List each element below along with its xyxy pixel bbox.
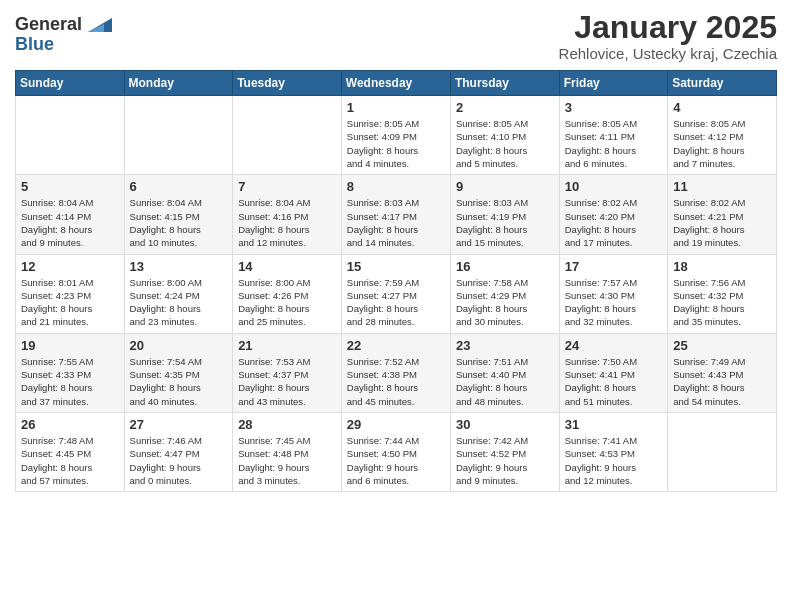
day-number: 8 bbox=[347, 179, 445, 194]
day-info: Sunrise: 8:04 AMSunset: 4:14 PMDaylight:… bbox=[21, 196, 119, 249]
day-number: 27 bbox=[130, 417, 228, 432]
calendar-cell-4-4: 30Sunrise: 7:42 AMSunset: 4:52 PMDayligh… bbox=[450, 412, 559, 491]
calendar-cell-1-4: 9Sunrise: 8:03 AMSunset: 4:19 PMDaylight… bbox=[450, 175, 559, 254]
day-number: 29 bbox=[347, 417, 445, 432]
day-info: Sunrise: 7:41 AMSunset: 4:53 PMDaylight:… bbox=[565, 434, 662, 487]
calendar-cell-1-0: 5Sunrise: 8:04 AMSunset: 4:14 PMDaylight… bbox=[16, 175, 125, 254]
calendar-cell-2-2: 14Sunrise: 8:00 AMSunset: 4:26 PMDayligh… bbox=[233, 254, 342, 333]
calendar-cell-4-1: 27Sunrise: 7:46 AMSunset: 4:47 PMDayligh… bbox=[124, 412, 233, 491]
calendar-cell-0-5: 3Sunrise: 8:05 AMSunset: 4:11 PMDaylight… bbox=[559, 96, 667, 175]
calendar-row-3: 19Sunrise: 7:55 AMSunset: 4:33 PMDayligh… bbox=[16, 333, 777, 412]
calendar-cell-1-1: 6Sunrise: 8:04 AMSunset: 4:15 PMDaylight… bbox=[124, 175, 233, 254]
calendar-cell-0-6: 4Sunrise: 8:05 AMSunset: 4:12 PMDaylight… bbox=[668, 96, 777, 175]
day-number: 17 bbox=[565, 259, 662, 274]
weekday-header-tuesday: Tuesday bbox=[233, 71, 342, 96]
day-info: Sunrise: 7:45 AMSunset: 4:48 PMDaylight:… bbox=[238, 434, 336, 487]
day-number: 14 bbox=[238, 259, 336, 274]
day-info: Sunrise: 8:04 AMSunset: 4:16 PMDaylight:… bbox=[238, 196, 336, 249]
calendar-row-1: 5Sunrise: 8:04 AMSunset: 4:14 PMDaylight… bbox=[16, 175, 777, 254]
calendar-cell-4-6 bbox=[668, 412, 777, 491]
calendar-cell-1-3: 8Sunrise: 8:03 AMSunset: 4:17 PMDaylight… bbox=[341, 175, 450, 254]
subtitle: Rehlovice, Ustecky kraj, Czechia bbox=[559, 45, 777, 62]
day-info: Sunrise: 7:59 AMSunset: 4:27 PMDaylight:… bbox=[347, 276, 445, 329]
day-info: Sunrise: 8:05 AMSunset: 4:12 PMDaylight:… bbox=[673, 117, 771, 170]
calendar-cell-0-0 bbox=[16, 96, 125, 175]
day-number: 15 bbox=[347, 259, 445, 274]
day-number: 13 bbox=[130, 259, 228, 274]
calendar-cell-2-0: 12Sunrise: 8:01 AMSunset: 4:23 PMDayligh… bbox=[16, 254, 125, 333]
day-number: 9 bbox=[456, 179, 554, 194]
page: General Blue January 2025 Rehlovice, Ust… bbox=[0, 0, 792, 612]
calendar-cell-3-0: 19Sunrise: 7:55 AMSunset: 4:33 PMDayligh… bbox=[16, 333, 125, 412]
day-number: 16 bbox=[456, 259, 554, 274]
day-info: Sunrise: 7:44 AMSunset: 4:50 PMDaylight:… bbox=[347, 434, 445, 487]
calendar-cell-3-2: 21Sunrise: 7:53 AMSunset: 4:37 PMDayligh… bbox=[233, 333, 342, 412]
day-number: 20 bbox=[130, 338, 228, 353]
weekday-header-row: SundayMondayTuesdayWednesdayThursdayFrid… bbox=[16, 71, 777, 96]
calendar-row-0: 1Sunrise: 8:05 AMSunset: 4:09 PMDaylight… bbox=[16, 96, 777, 175]
day-info: Sunrise: 8:02 AMSunset: 4:20 PMDaylight:… bbox=[565, 196, 662, 249]
calendar-cell-2-4: 16Sunrise: 7:58 AMSunset: 4:29 PMDayligh… bbox=[450, 254, 559, 333]
day-info: Sunrise: 7:49 AMSunset: 4:43 PMDaylight:… bbox=[673, 355, 771, 408]
header: General Blue January 2025 Rehlovice, Ust… bbox=[15, 10, 777, 62]
calendar-cell-4-5: 31Sunrise: 7:41 AMSunset: 4:53 PMDayligh… bbox=[559, 412, 667, 491]
day-number: 3 bbox=[565, 100, 662, 115]
day-number: 18 bbox=[673, 259, 771, 274]
calendar-cell-3-1: 20Sunrise: 7:54 AMSunset: 4:35 PMDayligh… bbox=[124, 333, 233, 412]
day-number: 25 bbox=[673, 338, 771, 353]
day-number: 1 bbox=[347, 100, 445, 115]
day-number: 7 bbox=[238, 179, 336, 194]
calendar-cell-0-3: 1Sunrise: 8:05 AMSunset: 4:09 PMDaylight… bbox=[341, 96, 450, 175]
logo-blue-text: Blue bbox=[15, 34, 54, 55]
day-info: Sunrise: 7:51 AMSunset: 4:40 PMDaylight:… bbox=[456, 355, 554, 408]
logo-general-text: General bbox=[15, 14, 82, 35]
day-number: 10 bbox=[565, 179, 662, 194]
day-number: 31 bbox=[565, 417, 662, 432]
calendar-cell-4-2: 28Sunrise: 7:45 AMSunset: 4:48 PMDayligh… bbox=[233, 412, 342, 491]
weekday-header-friday: Friday bbox=[559, 71, 667, 96]
day-number: 28 bbox=[238, 417, 336, 432]
calendar-row-4: 26Sunrise: 7:48 AMSunset: 4:45 PMDayligh… bbox=[16, 412, 777, 491]
weekday-header-wednesday: Wednesday bbox=[341, 71, 450, 96]
calendar-cell-4-3: 29Sunrise: 7:44 AMSunset: 4:50 PMDayligh… bbox=[341, 412, 450, 491]
day-info: Sunrise: 8:04 AMSunset: 4:15 PMDaylight:… bbox=[130, 196, 228, 249]
calendar-cell-3-3: 22Sunrise: 7:52 AMSunset: 4:38 PMDayligh… bbox=[341, 333, 450, 412]
calendar-cell-3-4: 23Sunrise: 7:51 AMSunset: 4:40 PMDayligh… bbox=[450, 333, 559, 412]
day-info: Sunrise: 8:03 AMSunset: 4:19 PMDaylight:… bbox=[456, 196, 554, 249]
calendar-cell-2-6: 18Sunrise: 7:56 AMSunset: 4:32 PMDayligh… bbox=[668, 254, 777, 333]
day-number: 5 bbox=[21, 179, 119, 194]
day-number: 30 bbox=[456, 417, 554, 432]
day-info: Sunrise: 8:00 AMSunset: 4:26 PMDaylight:… bbox=[238, 276, 336, 329]
day-info: Sunrise: 7:48 AMSunset: 4:45 PMDaylight:… bbox=[21, 434, 119, 487]
day-number: 11 bbox=[673, 179, 771, 194]
calendar-cell-0-1 bbox=[124, 96, 233, 175]
day-info: Sunrise: 7:57 AMSunset: 4:30 PMDaylight:… bbox=[565, 276, 662, 329]
calendar-table: SundayMondayTuesdayWednesdayThursdayFrid… bbox=[15, 70, 777, 492]
day-info: Sunrise: 8:02 AMSunset: 4:21 PMDaylight:… bbox=[673, 196, 771, 249]
calendar-cell-1-2: 7Sunrise: 8:04 AMSunset: 4:16 PMDaylight… bbox=[233, 175, 342, 254]
calendar-cell-1-5: 10Sunrise: 8:02 AMSunset: 4:20 PMDayligh… bbox=[559, 175, 667, 254]
day-number: 22 bbox=[347, 338, 445, 353]
svg-marker-1 bbox=[88, 24, 104, 32]
weekday-header-saturday: Saturday bbox=[668, 71, 777, 96]
day-number: 23 bbox=[456, 338, 554, 353]
day-number: 24 bbox=[565, 338, 662, 353]
day-number: 4 bbox=[673, 100, 771, 115]
day-info: Sunrise: 7:52 AMSunset: 4:38 PMDaylight:… bbox=[347, 355, 445, 408]
calendar-cell-3-5: 24Sunrise: 7:50 AMSunset: 4:41 PMDayligh… bbox=[559, 333, 667, 412]
calendar-cell-2-1: 13Sunrise: 8:00 AMSunset: 4:24 PMDayligh… bbox=[124, 254, 233, 333]
day-info: Sunrise: 8:01 AMSunset: 4:23 PMDaylight:… bbox=[21, 276, 119, 329]
main-title: January 2025 bbox=[559, 10, 777, 45]
weekday-header-monday: Monday bbox=[124, 71, 233, 96]
calendar-cell-2-3: 15Sunrise: 7:59 AMSunset: 4:27 PMDayligh… bbox=[341, 254, 450, 333]
day-number: 6 bbox=[130, 179, 228, 194]
day-info: Sunrise: 7:50 AMSunset: 4:41 PMDaylight:… bbox=[565, 355, 662, 408]
logo: General Blue bbox=[15, 10, 112, 55]
logo-icon bbox=[84, 10, 112, 38]
weekday-header-sunday: Sunday bbox=[16, 71, 125, 96]
day-number: 2 bbox=[456, 100, 554, 115]
day-number: 19 bbox=[21, 338, 119, 353]
day-info: Sunrise: 7:56 AMSunset: 4:32 PMDaylight:… bbox=[673, 276, 771, 329]
day-info: Sunrise: 8:05 AMSunset: 4:09 PMDaylight:… bbox=[347, 117, 445, 170]
calendar-cell-2-5: 17Sunrise: 7:57 AMSunset: 4:30 PMDayligh… bbox=[559, 254, 667, 333]
